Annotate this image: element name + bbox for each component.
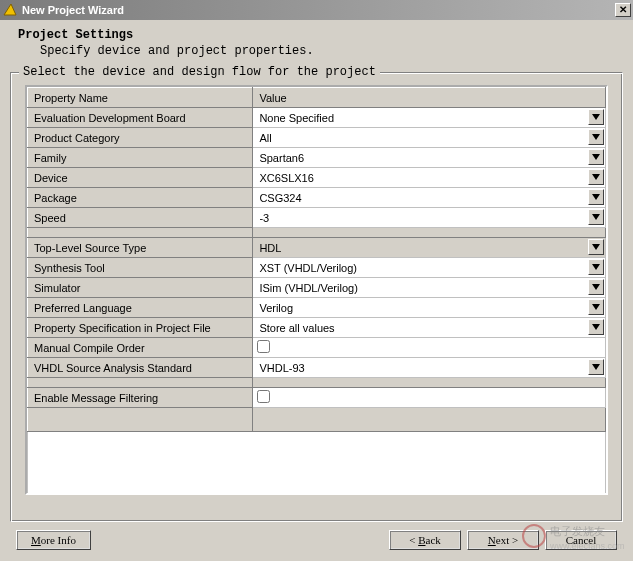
value-category[interactable]: All xyxy=(253,128,606,148)
table-row: Package CSG324 xyxy=(28,188,606,208)
svg-marker-12 xyxy=(592,364,600,370)
table-row: Device XC6SLX16 xyxy=(28,168,606,188)
settings-table-wrap: Property Name Value Evaluation Developme… xyxy=(25,85,608,495)
table-row: Top-Level Source Type HDL xyxy=(28,238,606,258)
back-button[interactable]: < Back xyxy=(389,530,461,550)
cancel-button[interactable]: Cancel xyxy=(545,530,617,550)
page-title: Project Settings xyxy=(18,28,615,42)
groupbox-legend: Select the device and design flow for th… xyxy=(19,65,380,79)
svg-marker-9 xyxy=(592,284,600,290)
svg-marker-2 xyxy=(592,134,600,140)
close-button[interactable]: ✕ xyxy=(615,3,631,17)
table-row: Preferred Language Verilog xyxy=(28,298,606,318)
titlebar: New Project Wizard ✕ xyxy=(0,0,633,20)
value-msgfilter[interactable] xyxy=(253,388,606,408)
table-row: Manual Compile Order xyxy=(28,338,606,358)
dropdown-icon[interactable] xyxy=(588,259,604,275)
spacer-row xyxy=(28,228,606,238)
dropdown-icon[interactable] xyxy=(588,359,604,375)
col-value: Value xyxy=(253,88,606,108)
col-property-name: Property Name xyxy=(28,88,253,108)
dropdown-icon[interactable] xyxy=(588,169,604,185)
svg-marker-8 xyxy=(592,264,600,270)
table-row: VHDL Source Analysis Standard VHDL-93 xyxy=(28,358,606,378)
next-button[interactable]: Next > xyxy=(467,530,539,550)
table-row: Synthesis Tool XST (VHDL/Verilog) xyxy=(28,258,606,278)
settings-table: Property Name Value Evaluation Developme… xyxy=(27,87,606,495)
dropdown-icon[interactable] xyxy=(588,209,604,225)
table-row: Evaluation Development Board None Specif… xyxy=(28,108,606,128)
svg-marker-7 xyxy=(592,244,600,250)
msgfilter-checkbox[interactable] xyxy=(257,390,270,403)
settings-groupbox: Select the device and design flow for th… xyxy=(10,72,623,522)
value-source-type[interactable]: HDL xyxy=(253,238,606,258)
wizard-footer: More Info < Back Next > Cancel xyxy=(0,522,633,558)
value-propspec[interactable]: Store all values xyxy=(253,318,606,338)
blank-row xyxy=(28,408,606,432)
dropdown-icon[interactable] xyxy=(588,109,604,125)
dropdown-icon[interactable] xyxy=(588,239,604,255)
value-manual[interactable] xyxy=(253,338,606,358)
table-row: Family Spartan6 xyxy=(28,148,606,168)
label-synth: Synthesis Tool xyxy=(28,258,253,278)
value-eval-board[interactable]: None Specified xyxy=(253,108,606,128)
dropdown-icon[interactable] xyxy=(588,279,604,295)
label-family: Family xyxy=(28,148,253,168)
label-device: Device xyxy=(28,168,253,188)
wizard-header: Project Settings Specify device and proj… xyxy=(0,20,633,68)
value-device[interactable]: XC6SLX16 xyxy=(253,168,606,188)
label-category: Product Category xyxy=(28,128,253,148)
dropdown-icon[interactable] xyxy=(588,189,604,205)
table-header-row: Property Name Value xyxy=(28,88,606,108)
value-synth[interactable]: XST (VHDL/Verilog) xyxy=(253,258,606,278)
page-subtitle: Specify device and project properties. xyxy=(40,44,615,58)
label-sim: Simulator xyxy=(28,278,253,298)
value-sim[interactable]: ISim (VHDL/Verilog) xyxy=(253,278,606,298)
value-lang[interactable]: Verilog xyxy=(253,298,606,318)
label-eval-board: Evaluation Development Board xyxy=(28,108,253,128)
dropdown-icon[interactable] xyxy=(588,149,604,165)
dropdown-icon[interactable] xyxy=(588,319,604,335)
value-package[interactable]: CSG324 xyxy=(253,188,606,208)
table-row: Speed -3 xyxy=(28,208,606,228)
spacer-row xyxy=(28,378,606,388)
svg-marker-6 xyxy=(592,214,600,220)
label-propspec: Property Specification in Project File xyxy=(28,318,253,338)
table-row: Simulator ISim (VHDL/Verilog) xyxy=(28,278,606,298)
table-row: Property Specification in Project File S… xyxy=(28,318,606,338)
svg-marker-10 xyxy=(592,304,600,310)
label-vhdl-std: VHDL Source Analysis Standard xyxy=(28,358,253,378)
table-row: Product Category All xyxy=(28,128,606,148)
svg-marker-5 xyxy=(592,194,600,200)
below-row xyxy=(28,432,606,496)
svg-marker-0 xyxy=(4,4,16,15)
svg-marker-11 xyxy=(592,324,600,330)
svg-marker-3 xyxy=(592,154,600,160)
app-icon xyxy=(2,2,18,18)
svg-marker-4 xyxy=(592,174,600,180)
window-title: New Project Wizard xyxy=(22,4,615,16)
value-vhdl-std[interactable]: VHDL-93 xyxy=(253,358,606,378)
label-manual: Manual Compile Order xyxy=(28,338,253,358)
manual-compile-checkbox[interactable] xyxy=(257,340,270,353)
dropdown-icon[interactable] xyxy=(588,299,604,315)
value-speed[interactable]: -3 xyxy=(253,208,606,228)
label-msgfilter: Enable Message Filtering xyxy=(28,388,253,408)
svg-marker-1 xyxy=(592,114,600,120)
value-family[interactable]: Spartan6 xyxy=(253,148,606,168)
label-lang: Preferred Language xyxy=(28,298,253,318)
label-package: Package xyxy=(28,188,253,208)
label-speed: Speed xyxy=(28,208,253,228)
more-info-button[interactable]: More Info xyxy=(16,530,91,550)
dropdown-icon[interactable] xyxy=(588,129,604,145)
table-row: Enable Message Filtering xyxy=(28,388,606,408)
label-source-type: Top-Level Source Type xyxy=(28,238,253,258)
